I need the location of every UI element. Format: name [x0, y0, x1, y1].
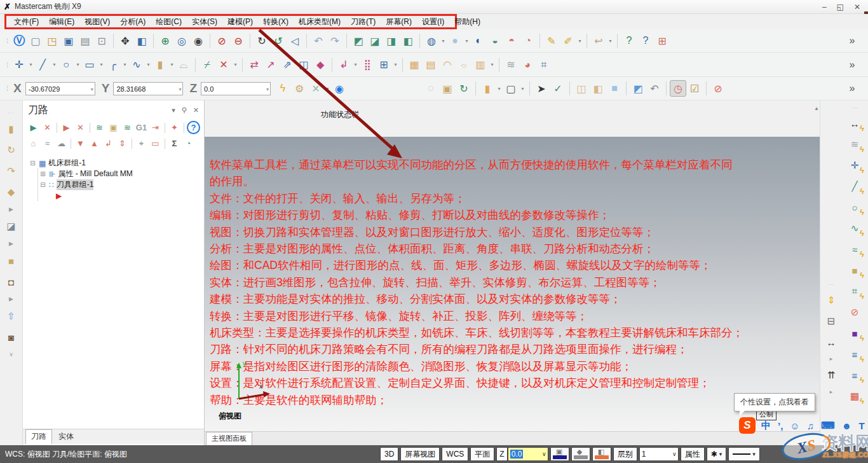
unzoom-icon[interactable]: ⊘: [214, 32, 230, 49]
sketch-pencil-icon[interactable]: ✎: [543, 32, 560, 49]
wcs-button[interactable]: WCS: [442, 447, 468, 461]
toolbar-icon[interactable]: [250, 34, 250, 48]
toolbar-icon[interactable]: [346, 34, 347, 48]
quick-disable-icon[interactable]: ⊘: [846, 304, 864, 321]
view-top-icon[interactable]: ◧: [400, 32, 416, 49]
machine-group-label[interactable]: 机床群组-1: [48, 158, 86, 169]
z-depth-field[interactable]: 0.0∨: [508, 447, 548, 461]
z-coordinate-field[interactable]: ▾: [201, 82, 271, 95]
xform-offset-icon[interactable]: ◫: [295, 57, 312, 73]
hidden-line-icon[interactable]: ◒: [487, 32, 503, 49]
quick-solid-icon[interactable]: ■ϟ: [846, 262, 864, 279]
inside-dropdown[interactable]: ▾: [496, 80, 503, 97]
tool-group-label[interactable]: 刀具群组-1: [57, 179, 94, 190]
highfeed-icon[interactable]: ✦: [168, 121, 181, 134]
toolbar1-overflow[interactable]: »: [844, 32, 860, 49]
undo-selection-icon[interactable]: ↶: [646, 80, 663, 97]
zoom-in-icon[interactable]: ◎: [173, 32, 190, 49]
menu-edit[interactable]: 编辑(E): [44, 17, 79, 27]
expand-icon[interactable]: ⊞: [39, 170, 46, 177]
dim-vertical-icon[interactable]: ⇈: [822, 367, 840, 384]
unselect-all-operations-icon[interactable]: ✕: [41, 121, 54, 134]
note-label-icon[interactable]: ⊟: [822, 313, 840, 329]
level-field[interactable]: 1∨: [639, 447, 679, 461]
toolbar-icon[interactable]: [306, 34, 307, 48]
menu-solids[interactable]: 实体(S): [187, 17, 222, 27]
solid-filter-face-icon[interactable]: ◧: [590, 80, 606, 97]
rt-expand-arrow[interactable]: ▸: [822, 355, 840, 363]
solid-sweep-icon[interactable]: ↷: [4, 163, 19, 179]
net-surface-icon[interactable]: ▦: [406, 57, 423, 73]
toolbar-icon[interactable]: [419, 34, 420, 48]
tree-node-tool-group[interactable]: ⊟ ∷ 刀具群组-1: [39, 179, 201, 190]
dim-horizontal-icon[interactable]: ↔: [822, 334, 840, 350]
backplot-icon[interactable]: ≋: [93, 121, 106, 134]
open-file-icon[interactable]: ◳: [44, 32, 60, 49]
tree-node-machine-group[interactable]: ⊟ ▦ 机床群组-1: [29, 158, 201, 169]
panel-toolbar-icon[interactable]: [132, 139, 132, 149]
only-post-selected-icon[interactable]: ▭: [149, 137, 162, 150]
view-isometric-icon[interactable]: ◩: [350, 32, 367, 49]
zoom-window-icon[interactable]: ⊕: [157, 32, 173, 49]
analyze-distance-icon[interactable]: ?: [637, 32, 654, 49]
view-side-icon[interactable]: ◨: [383, 32, 400, 49]
toolbar-icon[interactable]: [475, 81, 476, 95]
menu-toolpaths[interactable]: 刀路(T): [346, 17, 381, 27]
create-spline-icon[interactable]: ∿: [128, 57, 145, 73]
translucency-icon[interactable]: ◔: [520, 32, 536, 49]
toggle-toolpath-display-icon[interactable]: ≈: [41, 137, 54, 150]
menu-machine-type[interactable]: 机床类型(M): [294, 17, 346, 27]
panel-toolbar-icon[interactable]: [165, 139, 165, 149]
dynamic-rotate-icon[interactable]: ↻: [254, 32, 270, 49]
spline-dropdown[interactable]: ▾: [145, 57, 152, 73]
quick-dim-icon[interactable]: ↔ϟ: [846, 115, 864, 132]
toolbar-icon[interactable]: [195, 58, 196, 72]
create-surface-icon[interactable]: ⌓: [175, 57, 192, 73]
menu-create[interactable]: 绘图(C): [151, 17, 187, 27]
plane-button[interactable]: 平面: [470, 447, 494, 461]
new-file-icon[interactable]: ▢: [27, 32, 44, 49]
quick-line-icon[interactable]: ╱ϟ: [846, 178, 864, 195]
screen-view-button[interactable]: 屏幕视图: [400, 447, 440, 461]
xform-mirror-icon[interactable]: ◆: [312, 57, 329, 73]
insert-arrow-icon[interactable]: ↲: [102, 137, 115, 150]
toolbar2-overflow[interactable]: »: [844, 57, 860, 73]
quick-surface-icon[interactable]: ≋ϟ: [846, 136, 864, 153]
toolbar-icon[interactable]: [153, 34, 154, 48]
toolbar-icon[interactable]: [569, 81, 570, 95]
erase-dropdown[interactable]: ▾: [607, 32, 614, 49]
lasso-select-icon[interactable]: ◌: [423, 80, 439, 97]
create-line-icon[interactable]: ╱: [34, 57, 51, 73]
wireframe-color-button[interactable]: ▣: [550, 447, 569, 461]
xform-copy-icon[interactable]: ⇗: [279, 57, 295, 73]
save-file-icon[interactable]: ▣: [60, 32, 77, 49]
toolpath-summary-icon[interactable]: Σ: [168, 137, 181, 150]
fit-screen-icon[interactable]: ✥: [117, 32, 133, 49]
sogou-punct-icon[interactable]: ’,: [778, 420, 783, 431]
select-cursor-icon[interactable]: ➤: [533, 80, 550, 97]
verify-icon[interactable]: ▣: [107, 121, 120, 134]
toolbar-icon[interactable]: [587, 34, 587, 48]
primitives-dropdown[interactable]: ▾: [168, 57, 175, 73]
machine-cycle-time-icon[interactable]: ◔: [182, 137, 195, 150]
panel-toolbar-icon[interactable]: [184, 123, 184, 133]
autocursor-lightning-icon[interactable]: ϟ: [275, 80, 291, 97]
sogou-logo-icon[interactable]: S: [739, 417, 756, 434]
panel-toolbar-icon[interactable]: [165, 123, 165, 133]
toolbar-icon[interactable]: [706, 81, 707, 95]
validate-solid-icon[interactable]: ✓: [550, 80, 566, 97]
quick-mask-clock-icon[interactable]: ◷: [670, 80, 686, 97]
sogou-emoji-icon[interactable]: ☺: [790, 420, 799, 431]
solid-loft-icon[interactable]: ◆: [4, 184, 19, 200]
chevron-down-icon[interactable]: ▾: [179, 86, 181, 92]
tree-node-properties[interactable]: ⊞ ⊪ 属性 - Mill Default MM: [39, 169, 201, 179]
quick-attributes-icon[interactable]: ≡ϟ: [846, 367, 864, 384]
g1-post-icon[interactable]: G1: [135, 121, 148, 134]
quick-level-list-icon[interactable]: ≡ϟ: [846, 346, 864, 363]
redo-icon[interactable]: ↷: [327, 32, 343, 49]
sketch-dropdown[interactable]: ▾: [576, 32, 583, 49]
surface-from-solid-icon[interactable]: ≋: [503, 57, 519, 73]
view-previous-icon[interactable]: ↺: [270, 32, 287, 49]
shaded-display-icon[interactable]: ●: [447, 32, 463, 49]
analyze-entity-icon[interactable]: ?: [621, 32, 637, 49]
